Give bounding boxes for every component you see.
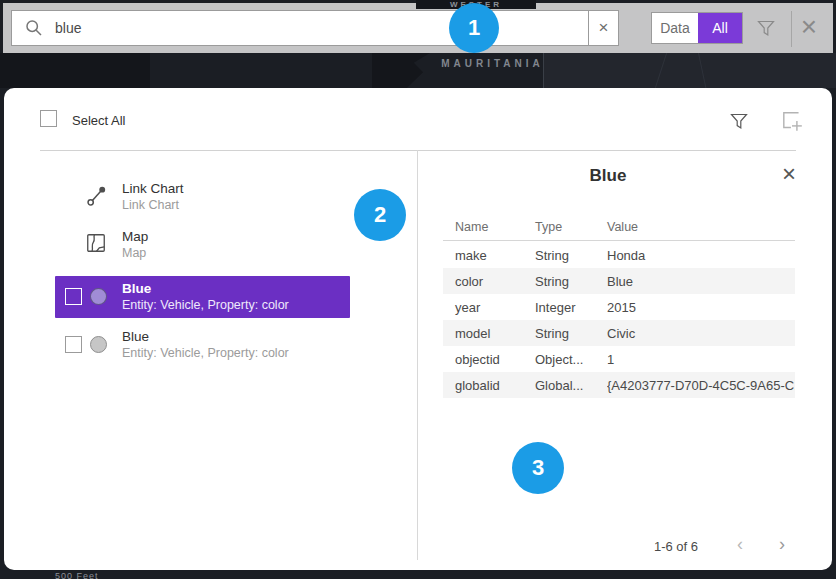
cell-value: 1 (607, 352, 795, 367)
cell-name: year (455, 300, 535, 315)
cell-value: {A4203777-D70D-4C5C-9A65-C... (607, 378, 795, 393)
close-icon: × (782, 160, 796, 187)
result-item-blue-selected[interactable]: Blue Entity: Vehicle, Property: color (55, 276, 350, 318)
cell-value: Honda (607, 248, 795, 263)
result-subtitle: Entity: Vehicle, Property: color (122, 345, 289, 361)
column-header-name: Name (455, 220, 535, 240)
detail-close-button[interactable]: × (776, 162, 802, 188)
scope-toggle: Data All (651, 12, 743, 44)
chevron-right-icon: › (779, 534, 785, 554)
toolbar-divider (791, 11, 792, 47)
select-all-label: Select All (72, 113, 125, 128)
table-row: year Integer 2015 (443, 294, 795, 320)
detail-title: Blue (417, 166, 799, 186)
pagination-label: 1-6 of 6 (635, 539, 717, 554)
table-header-border (443, 240, 795, 241)
prev-page-button[interactable]: ‹ (730, 535, 750, 555)
table-row: objectid Object... 1 (443, 346, 795, 372)
search-toolbar: blue × Data All × (3, 3, 833, 53)
entity-circle-icon (90, 288, 107, 305)
map-scale-label: 500 Feet (55, 571, 99, 579)
properties-table-header: Name Type Value (443, 220, 795, 240)
result-title: Map (122, 228, 148, 245)
result-title: Link Chart (122, 180, 184, 197)
cell-name: objectid (455, 352, 535, 367)
close-search-button[interactable]: × (795, 13, 823, 43)
scope-data-button[interactable]: Data (652, 13, 698, 43)
map-landmass (0, 53, 150, 88)
map-icon (85, 232, 107, 258)
scope-all-button[interactable]: All (698, 13, 742, 43)
table-row: globalid Global... {A4203777-D70D-4C5C-9… (443, 372, 795, 398)
link-chart-icon (85, 184, 109, 212)
close-icon: × (801, 11, 817, 42)
filter-icon (728, 118, 750, 135)
search-results-panel: Select All (4, 88, 832, 570)
filter-button[interactable] (755, 17, 777, 43)
annotation-step-2: 2 (354, 189, 406, 241)
filter-icon (755, 25, 777, 42)
cell-name: model (455, 326, 535, 341)
column-header-value: Value (607, 220, 795, 240)
cell-type: String (535, 274, 607, 289)
cell-value: 2015 (607, 300, 795, 315)
cell-type: Global... (535, 378, 607, 393)
column-header-type: Type (535, 220, 607, 240)
search-input[interactable]: blue (11, 10, 589, 46)
add-to-selection-button[interactable] (780, 109, 804, 137)
cell-type: Integer (535, 300, 607, 315)
cell-name: color (455, 274, 535, 289)
search-query-text: blue (55, 20, 81, 36)
result-item-blue[interactable]: Blue Entity: Vehicle, Property: color (55, 324, 350, 366)
table-row: color String Blue (443, 268, 795, 294)
entity-circle-icon (90, 336, 107, 353)
result-title: Blue (122, 328, 289, 345)
annotation-step-3: 3 (512, 442, 564, 494)
add-selection-icon (780, 119, 804, 136)
map-label-mauritania: MAURITANIA (405, 58, 580, 69)
clear-search-button[interactable]: × (588, 10, 619, 46)
result-subtitle: Map (122, 245, 148, 261)
list-detail-divider (417, 150, 418, 560)
map-background-bottom: 500 Feet (0, 570, 836, 579)
header-divider (40, 150, 796, 151)
cell-type: Object... (535, 352, 607, 367)
cell-type: String (535, 326, 607, 341)
map-background: MAURITANIA (0, 53, 836, 88)
filter-results-button[interactable] (728, 110, 750, 136)
map-region (543, 53, 836, 88)
cell-name: globalid (455, 378, 535, 393)
cell-value: Civic (607, 326, 795, 341)
result-checkbox[interactable] (65, 336, 82, 353)
result-checkbox[interactable] (65, 288, 82, 305)
result-item-map[interactable]: Map Map (55, 224, 350, 266)
cell-type: String (535, 248, 607, 263)
next-page-button[interactable]: › (772, 535, 792, 555)
search-icon (25, 19, 43, 37)
result-item-link-chart[interactable]: Link Chart Link Chart (55, 176, 350, 218)
annotation-step-1: 1 (449, 3, 499, 53)
app-window: WESTER MAURITANIA 500 Feet blue × Data A… (0, 0, 836, 579)
chevron-left-icon: ‹ (737, 534, 743, 554)
close-icon: × (599, 18, 609, 38)
result-subtitle: Entity: Vehicle, Property: color (122, 297, 289, 313)
table-row: make String Honda (443, 242, 795, 268)
select-all-checkbox[interactable] (40, 110, 57, 127)
cell-value: Blue (607, 274, 795, 289)
result-subtitle: Link Chart (122, 197, 184, 213)
table-row: model String Civic (443, 320, 795, 346)
result-title: Blue (122, 280, 289, 297)
properties-table: make String Honda color String Blue year… (443, 242, 795, 398)
cell-name: make (455, 248, 535, 263)
